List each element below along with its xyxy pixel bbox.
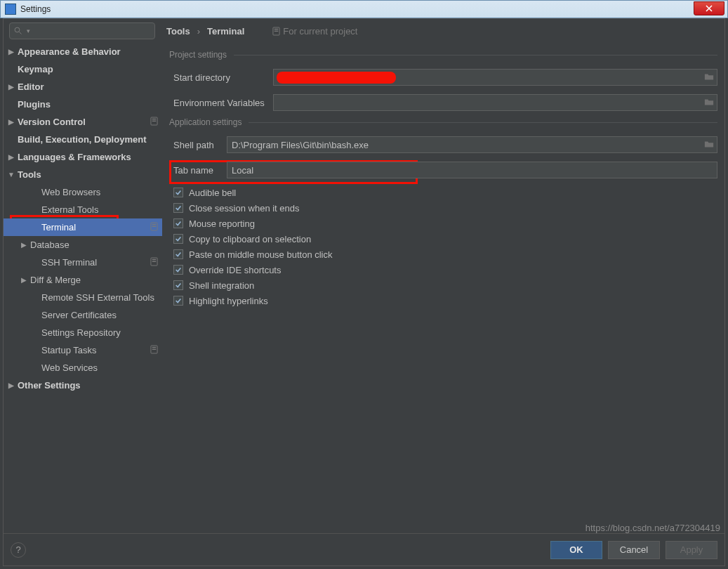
sidebar-item-label: Languages & Frameworks — [18, 152, 131, 162]
sidebar-item-label: Startup Tasks — [41, 345, 97, 355]
checkbox[interactable] — [173, 218, 183, 228]
tab-name-input[interactable]: Local — [227, 162, 717, 178]
search-icon — [14, 27, 22, 35]
sidebar-item[interactable]: ▶Diff & Merge — [4, 271, 162, 289]
help-button[interactable]: ? — [11, 542, 26, 558]
sidebar-item-label: Plugins — [18, 99, 51, 110]
project-scope-icon — [150, 117, 158, 128]
checkbox-label: Copy to clipboard on selection — [189, 234, 311, 244]
sidebar-item[interactable]: SSH Terminal — [4, 254, 162, 271]
sidebar-item[interactable]: Terminal — [4, 218, 162, 236]
breadcrumb: Tools › Terminal For current project — [166, 26, 357, 37]
sidebar-item[interactable]: Remote SSH External Tools — [4, 289, 162, 306]
sidebar-item[interactable]: Startup Tasks — [4, 341, 162, 359]
sidebar: ▶Appearance & BehaviorKeymap▶EditorPlugi… — [4, 43, 162, 533]
browse-icon[interactable] — [704, 98, 714, 108]
shell-path-input[interactable]: D:\Program Files\Git\bin\bash.exe — [227, 136, 717, 153]
sidebar-item[interactable]: Web Browsers — [4, 183, 162, 201]
sidebar-item-label: SSH Terminal — [41, 257, 97, 268]
svg-rect-12 — [152, 259, 157, 259]
tab-name-label: Tab name — [169, 165, 227, 176]
sidebar-item[interactable]: Web Services — [4, 359, 162, 377]
breadcrumb-root[interactable]: Tools — [166, 26, 190, 37]
svg-rect-15 — [152, 346, 157, 347]
checkbox[interactable] — [173, 188, 183, 197]
search-input[interactable]: ▾ — [9, 22, 155, 39]
dialog-frame: ▾ Tools › Terminal For current project ▶… — [3, 18, 725, 566]
project-icon — [272, 27, 280, 36]
checkbox[interactable] — [173, 296, 183, 306]
checkbox-row: Close session when it ends — [169, 200, 717, 216]
checkbox-row: Override IDE shortcuts — [169, 262, 717, 277]
sidebar-item-label: Web Browsers — [41, 187, 100, 197]
checkbox-label: Paste on middle mouse button click — [189, 249, 333, 260]
sidebar-item[interactable]: ▶Appearance & Behavior — [4, 43, 162, 60]
browse-icon[interactable] — [704, 140, 714, 150]
project-scope-icon — [150, 345, 158, 356]
checkbox[interactable] — [173, 249, 183, 259]
sidebar-item[interactable]: ▼Tools — [4, 166, 162, 183]
checkbox[interactable] — [173, 265, 183, 275]
expand-arrow-icon: ▶ — [20, 276, 27, 284]
svg-rect-13 — [152, 261, 157, 261]
sidebar-item[interactable]: Keymap — [4, 60, 162, 78]
window-title: Settings — [20, 4, 51, 14]
sidebar-item[interactable]: ▶Other Settings — [4, 377, 162, 394]
expand-arrow-icon: ▼ — [8, 171, 15, 178]
sidebar-item-label: Editor — [18, 81, 44, 92]
svg-rect-7 — [152, 120, 157, 121]
checkbox-row: Mouse reporting — [169, 216, 717, 231]
env-vars-label: Environment Variables — [169, 98, 273, 108]
content-panel: Project settings Start directory Environ… — [162, 43, 724, 533]
svg-rect-6 — [152, 118, 157, 119]
sidebar-item[interactable]: ▶Database — [4, 236, 162, 254]
apply-button[interactable]: Apply — [666, 541, 717, 559]
svg-point-0 — [15, 27, 20, 32]
sidebar-item[interactable]: Build, Execution, Deployment — [4, 131, 162, 148]
checkbox-label: Highlight hyperlinks — [189, 296, 268, 306]
sidebar-item[interactable]: ▶Editor — [4, 78, 162, 96]
sidebar-item-label: Version Control — [18, 117, 86, 127]
sidebar-item[interactable]: Server Certificates — [4, 306, 162, 324]
breadcrumb-leaf: Terminal — [207, 26, 244, 37]
sidebar-item-label: Settings Repository — [41, 327, 121, 338]
checkbox-row: Shell integration — [169, 277, 717, 293]
title-bar: Settings — [0, 0, 728, 18]
sidebar-item[interactable]: Settings Repository — [4, 324, 162, 341]
section-application: Application settings — [169, 117, 717, 127]
sidebar-item-label: Terminal — [41, 222, 76, 233]
checkbox[interactable] — [173, 203, 183, 213]
checkbox[interactable] — [173, 234, 183, 244]
ok-button[interactable]: OK — [550, 541, 602, 559]
cancel-button[interactable]: Cancel — [608, 541, 660, 559]
sidebar-item[interactable]: ▶Languages & Frameworks — [4, 148, 162, 166]
shell-path-label: Shell path — [169, 140, 227, 150]
start-dir-label: Start directory — [169, 72, 273, 83]
svg-rect-9 — [152, 223, 157, 224]
sidebar-item[interactable]: External Tools — [4, 201, 162, 218]
svg-rect-4 — [274, 30, 279, 31]
breadcrumb-sep: › — [197, 26, 200, 37]
redacted-value — [277, 72, 396, 84]
sidebar-item-label: Other Settings — [18, 380, 81, 391]
sidebar-item[interactable]: Plugins — [4, 96, 162, 113]
checkbox-row: Copy to clipboard on selection — [169, 231, 717, 247]
checkbox-row: Highlight hyperlinks — [169, 293, 717, 308]
browse-icon[interactable] — [704, 72, 714, 83]
env-vars-input[interactable] — [273, 94, 717, 111]
sidebar-item-label: Appearance & Behavior — [18, 46, 121, 57]
sidebar-item-label: Keymap — [18, 64, 53, 74]
sidebar-item-label: External Tools — [41, 204, 98, 215]
app-icon — [5, 4, 16, 15]
svg-line-1 — [20, 32, 22, 34]
sidebar-item[interactable]: ▶Version Control — [4, 113, 162, 131]
svg-rect-3 — [274, 28, 279, 29]
sidebar-item-label: Build, Execution, Deployment — [18, 134, 146, 145]
start-dir-input[interactable] — [273, 69, 717, 86]
sidebar-item-label: Tools — [18, 169, 41, 180]
svg-rect-10 — [152, 225, 157, 226]
checkbox[interactable] — [173, 280, 183, 290]
close-button[interactable] — [694, 1, 724, 15]
checkbox-row: Paste on middle mouse button click — [169, 247, 717, 262]
project-scope-icon — [150, 222, 158, 233]
